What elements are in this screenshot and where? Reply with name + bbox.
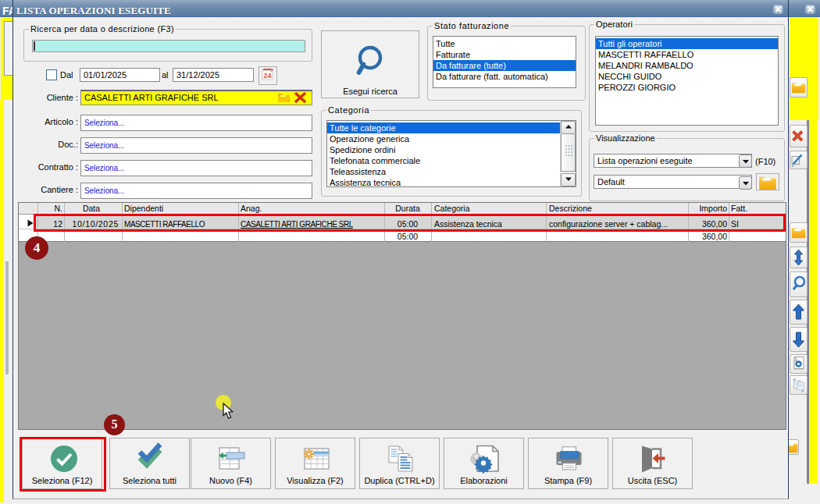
svg-text:24: 24 [263,72,271,80]
